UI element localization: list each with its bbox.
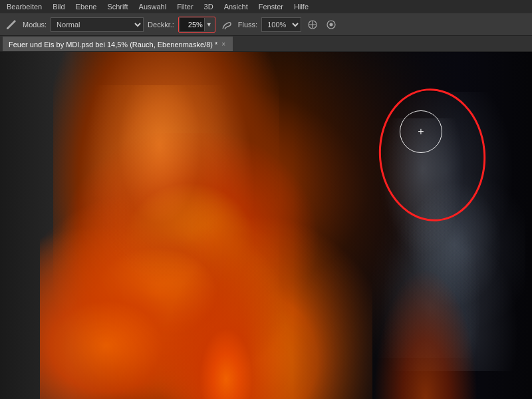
- opacity-dropdown-btn[interactable]: ▼: [204, 18, 213, 31]
- menu-auswahl[interactable]: Auswahl: [135, 1, 171, 12]
- menu-hilfe[interactable]: Hilfe: [290, 1, 313, 12]
- airbrush-icon[interactable]: [305, 17, 320, 32]
- flow-select[interactable]: 100% 75% 50% 25%: [261, 17, 301, 32]
- smudge-tool-icon[interactable]: [219, 17, 234, 32]
- opacity-label: Deckkr.:: [148, 21, 174, 29]
- flow-label: Fluss:: [238, 21, 257, 29]
- svg-point-2: [330, 23, 332, 26]
- menu-3d[interactable]: 3D: [200, 1, 217, 12]
- opacity-input[interactable]: [180, 18, 204, 31]
- brush-tool-icon[interactable]: [4, 17, 19, 32]
- mode-select[interactable]: NormalAuflösenAbdunkelnMultiplizierenAuf…: [51, 17, 144, 32]
- menu-bearbeiten[interactable]: Bearbeiten: [3, 1, 46, 12]
- menu-bild[interactable]: Bild: [49, 1, 68, 12]
- tab-bar: Feuer und Eis by MDI.psd bei 14,5% (Rauc…: [0, 36, 532, 52]
- menu-filter[interactable]: Filter: [173, 1, 197, 12]
- menu-ebene[interactable]: Ebene: [72, 1, 101, 12]
- menu-ansicht[interactable]: Ansicht: [220, 1, 252, 12]
- canvas-bg: [0, 52, 532, 399]
- active-tab[interactable]: Feuer und Eis by MDI.psd bei 14,5% (Rauc…: [3, 37, 233, 51]
- toolbar: Modus: NormalAuflösenAbdunkelnMultiplizi…: [0, 13, 532, 36]
- opacity-box: ▼: [178, 17, 215, 33]
- menu-bar: Bearbeiten Bild Ebene Schrift Auswahl Fi…: [0, 0, 532, 13]
- face-highlight: [86, 85, 233, 285]
- mode-label: Modus:: [23, 21, 47, 29]
- fire-tendrils: [359, 233, 492, 399]
- menu-schrift[interactable]: Schrift: [103, 1, 132, 12]
- tab-label: Feuer und Eis by MDI.psd bei 14,5% (Rauc…: [9, 41, 217, 49]
- menu-fenster[interactable]: Fenster: [255, 1, 287, 12]
- pressure-icon[interactable]: [324, 17, 338, 32]
- tab-close-btn[interactable]: ×: [221, 41, 225, 48]
- canvas-area[interactable]: [0, 52, 532, 399]
